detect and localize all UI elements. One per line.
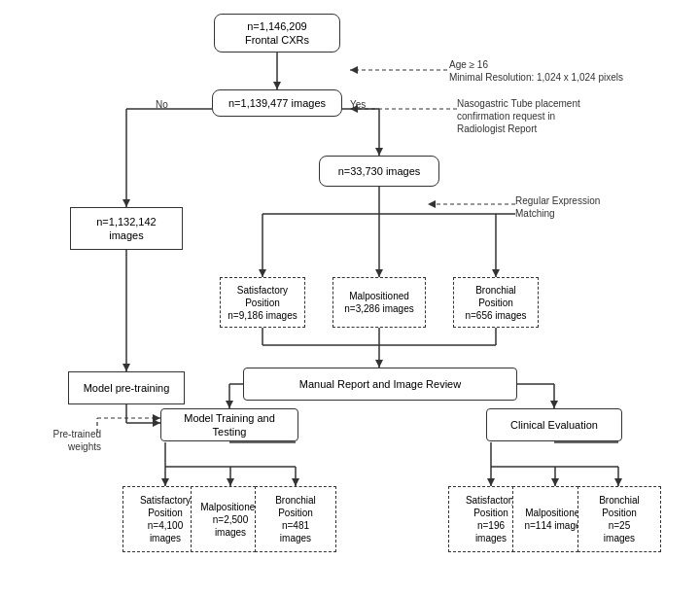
bronchial-bottom2-box: Bronchial Position n=25 images: [578, 486, 661, 552]
right-filter-box: n=33,730 images: [319, 156, 439, 187]
svg-marker-9: [350, 66, 358, 74]
left-large-box: n=1,132,142 images: [70, 207, 183, 250]
svg-marker-13: [122, 364, 130, 371]
manual-review-box: Manual Report and Image Review: [243, 368, 517, 401]
svg-marker-7: [375, 148, 383, 156]
svg-marker-4: [122, 199, 130, 207]
svg-marker-22: [375, 269, 383, 277]
yes-label: Yes: [350, 99, 366, 110]
flowchart: n=1,146,209 Frontal CXRs Age ≥ 16 Minima…: [0, 0, 700, 596]
bronchial-mid-box: Bronchial Position n=656 images: [453, 277, 539, 328]
svg-marker-1: [273, 82, 281, 89]
svg-marker-23: [492, 269, 500, 277]
svg-marker-59: [153, 419, 160, 427]
ngt-label: Nasogastric Tube placement confirmation …: [457, 97, 671, 135]
svg-marker-16: [428, 200, 436, 208]
svg-marker-45: [161, 478, 169, 486]
svg-marker-21: [259, 269, 266, 277]
model-training-box: Model Training and Testing: [160, 408, 298, 441]
svg-marker-29: [375, 360, 383, 368]
malpositioned-mid-box: Malpositioned n=3,286 images: [332, 277, 426, 328]
satisfactory-mid-box: Satisfactory Position n=9,186 images: [220, 277, 305, 328]
filter1-box: n=1,139,477 images: [212, 89, 342, 117]
clinical-eval-box: Clinical Evaluation: [486, 408, 622, 441]
regex-label: Regular Expression Matching: [515, 194, 681, 220]
age-filter-label: Age ≥ 16 Minimal Resolution: 1,024 x 1,0…: [449, 58, 653, 84]
svg-marker-35: [550, 401, 558, 408]
svg-marker-54: [487, 478, 495, 486]
pretrained-label: Pre-trained weights: [14, 428, 101, 453]
svg-marker-47: [292, 478, 299, 486]
top-box: n=1,146,209 Frontal CXRs: [214, 14, 340, 53]
svg-marker-38: [153, 414, 160, 422]
svg-marker-55: [551, 478, 559, 486]
svg-marker-32: [226, 401, 233, 408]
no-label: No: [156, 99, 168, 110]
svg-marker-46: [227, 478, 234, 486]
svg-marker-56: [614, 478, 622, 486]
model-pretrain-box: Model pre-training: [68, 371, 185, 404]
bronchial-bottom-box: Bronchial Position n=481 images: [255, 486, 336, 552]
